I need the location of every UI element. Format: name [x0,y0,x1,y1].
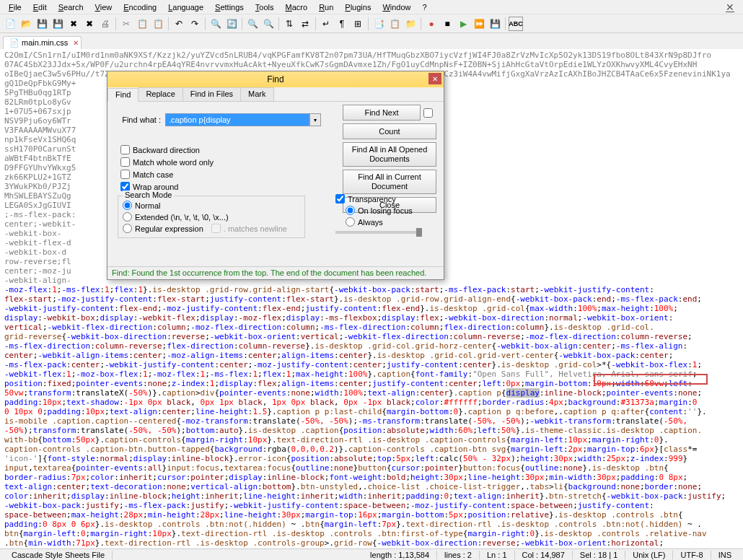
menu-macro[interactable]: Macro [280,1,314,13]
close-all-icon[interactable]: ✖ [82,17,97,31]
menu-file[interactable]: File [3,1,27,13]
find-combo-arrow-icon[interactable]: ▾ [309,113,321,126]
show-all-char-icon[interactable]: ¶ [335,17,349,31]
save-macro-icon[interactable]: 💾 [488,17,502,31]
find-all-opened-button[interactable]: Find All in All OpenedDocuments [343,142,436,167]
find-tab-find[interactable]: Find [107,88,139,102]
code-line: vertical;-webkit-flex-direction:column;-… [4,323,739,332]
doc-map-icon[interactable]: 📑 [372,17,386,31]
status-sel: Sel : 18 | 1 [573,551,625,559]
copy-icon[interactable]: 📋 [135,17,149,31]
record-macro-icon[interactable]: ● [424,17,439,31]
transparency-checkbox[interactable]: Transparency [335,194,436,204]
code-line: position:fixed;pointer-events:none;z-ind… [4,379,739,388]
find-next-button[interactable]: Find Next [343,105,421,121]
backward-checkbox[interactable]: Backward direction [120,145,214,154]
menubar: File Edit Search View Encoding Language … [0,0,743,14]
search-mode-regex-radio[interactable]: Regular expression . matches newline [123,224,300,233]
find-what-label: Find what : [115,115,165,124]
code-line: -50%);transform:translate(-50%, -50%);bo… [4,426,739,435]
transparency-group: Transparency On losing focus Always [335,194,436,234]
code-line: display:-webkit-box;display:-webkit-flex… [4,313,739,323]
status-ins[interactable]: INS [711,551,739,559]
folder-icon[interactable]: 📁 [403,17,418,31]
save-all-icon[interactable]: 💾 [50,17,65,31]
stop-macro-icon[interactable]: ■ [440,17,454,31]
close-app-icon[interactable]: ✕ [720,0,740,14]
find-tab-mark[interactable]: Mark [240,87,273,101]
code-line: -ms-flex-pack:center;-webkit-justify-con… [4,360,739,369]
tab-close-icon[interactable]: ✕ [73,39,79,47]
menu-settings[interactable]: Settings [209,1,250,13]
status-col: Col : 14,987 [515,551,573,559]
status-length: length : 1,13,584 [363,551,437,559]
paste-icon[interactable]: 📋 [151,17,165,31]
replace-icon[interactable]: 🔄 [224,17,239,31]
code-line: grid-reverse{-webkit-box-direction:rever… [4,332,739,341]
menu-view[interactable]: View [89,1,118,13]
wordwrap-icon[interactable]: ↵ [319,17,333,31]
code-line: .btn{min-width:71px}.text-direction-rtl … [4,538,739,548]
find-tab-replace[interactable]: Replace [138,87,183,101]
code-line: color:inherit;display:inline-block;heigh… [4,491,739,501]
status-encoding[interactable]: UTF-8 [673,551,711,559]
redo-icon[interactable]: ↷ [188,17,202,31]
code-line: btn{margin-left:0;margin-right:10px}.tex… [4,529,739,538]
menu-help[interactable]: ? [417,1,433,13]
find-icon[interactable]: 🔍 [208,17,223,31]
match-case-checkbox[interactable]: Match case [120,170,214,179]
search-mode-label: Search Mode [123,191,174,199]
toolbar: 📄 📂 💾 💾 ✖ ✖ 🖨 ✂ 📋 📋 ↶ ↷ 🔍 🔄 🔍 🔍 ⇅ ⇄ ↵ ¶ … [0,14,743,33]
new-file-icon[interactable]: 📄 [3,17,17,31]
menu-search[interactable]: Search [53,1,89,13]
print-icon[interactable]: 🖨 [98,17,113,31]
menu-plugins[interactable]: Plugins [339,1,377,13]
find-dialog-title: Find ✕ [107,71,444,87]
zoom-in-icon[interactable]: 🔍 [245,17,260,31]
code-line: caption-controls .caption-btn.button-tap… [4,445,739,454]
status-eol[interactable]: Unix (LF) [625,551,673,559]
menu-edit[interactable]: Edit [27,1,53,13]
code-line: -webkit-box-pack:justify;-ms-flex-pack:j… [4,501,739,510]
search-mode-group: Search Mode Normal Extended (\n, \r, \t,… [118,196,305,238]
menu-language[interactable]: Language [162,1,209,13]
play-multi-icon[interactable]: ⏩ [472,17,486,31]
find-all-current-button[interactable]: Find All in CurrentDocument [343,170,436,194]
find-direction-checkbox[interactable] [423,108,433,118]
transparency-slider[interactable] [335,231,422,234]
play-macro-icon[interactable]: ▶ [456,17,470,31]
menu-tools[interactable]: Tools [250,1,280,13]
statusbar: Cascade Style Sheets File length : 1,13,… [0,548,743,560]
search-mode-extended-radio[interactable]: Extended (\n, \r, \t, \0, \x...) [123,212,300,222]
menu-encoding[interactable]: Encoding [118,1,162,13]
on-losing-focus-radio[interactable]: On losing focus [346,206,436,215]
sync-v-icon[interactable]: ⇅ [282,17,296,31]
menu-run[interactable]: Run [313,1,339,13]
status-ln: Ln : 1 [480,551,515,559]
find-what-input[interactable] [165,113,309,126]
menu-window[interactable]: Window [377,1,416,13]
code-line: -webkit-flex:1;-moz-box-flex:1;-moz-flex… [4,369,739,379]
zoom-out-icon[interactable]: 🔍 [261,17,276,31]
always-radio[interactable]: Always [346,217,436,227]
close-file-icon[interactable]: ✖ [66,17,81,31]
undo-icon[interactable]: ↶ [172,17,186,31]
sync-h-icon[interactable]: ⇄ [298,17,312,31]
save-icon[interactable]: 💾 [35,17,49,31]
search-mode-normal-radio[interactable]: Normal [123,201,300,210]
find-close-icon[interactable]: ✕ [428,73,441,84]
find-tab-findinfiles[interactable]: Find in Files [183,87,241,101]
whole-word-checkbox[interactable]: Match whole word only [120,157,214,167]
count-button[interactable]: Count [343,123,436,139]
code-line: flex-start;-moz-justify-content:flex-sta… [4,294,739,304]
code-line: 'icon-']{font-style:normal;display:inlin… [4,454,739,463]
tab-main-css[interactable]: 📄 main.min.css ✕ [3,36,82,49]
find-tabs: Find Replace Find in Files Mark [107,87,444,102]
open-file-icon[interactable]: 📂 [19,17,33,31]
func-list-icon[interactable]: 📋 [387,17,402,31]
status-filetype: Cascade Style Sheets File [4,551,113,559]
cut-icon[interactable]: ✂ [119,17,133,31]
indent-guide-icon[interactable]: ⊞ [351,17,365,31]
code-line: padding:10px;text-shadow:-1px 0px black,… [4,398,739,407]
spellcheck-icon[interactable]: ABC [509,17,523,31]
